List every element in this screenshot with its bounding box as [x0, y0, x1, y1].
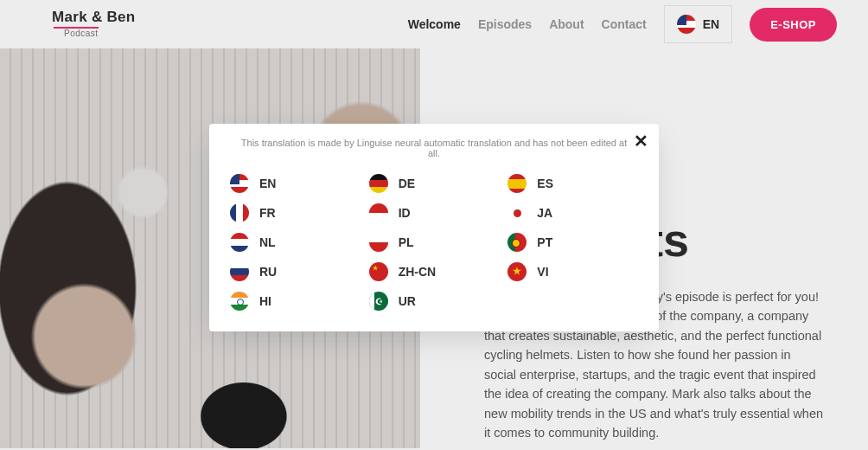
primary-nav: Welcome Episodes About Contact EN E-SHOP: [408, 5, 837, 43]
language-grid: ENDEESFRIDJANLPLPTRUZH-CNVIHIUR: [225, 174, 643, 311]
language-code-label: RU: [259, 265, 277, 279]
language-code-label: HI: [259, 294, 271, 308]
language-option-en[interactable]: EN: [230, 174, 361, 193]
eshop-button[interactable]: E-SHOP: [750, 8, 837, 42]
language-code-label: ES: [537, 177, 553, 190]
nav-contact[interactable]: Contact: [602, 17, 647, 31]
language-code-label: NL: [259, 235, 276, 249]
language-option-id[interactable]: ID: [369, 203, 500, 222]
language-code-label: FR: [259, 206, 276, 220]
pl-flag-icon: [369, 233, 388, 252]
language-code-label: EN: [259, 177, 276, 190]
brand-logo[interactable]: Mark & Ben Podcast: [52, 10, 136, 38]
cn-flag-icon: [369, 262, 388, 281]
brand-name: Mark & Ben: [52, 10, 136, 25]
language-option-vi[interactable]: VI: [507, 262, 638, 281]
site-header: Mark & Ben Podcast Welcome Episodes Abou…: [0, 0, 868, 48]
language-option-de[interactable]: DE: [369, 174, 500, 193]
ru-flag-icon: [230, 262, 249, 281]
language-code-label: PL: [399, 235, 414, 249]
language-option-ru[interactable]: RU: [230, 262, 361, 281]
fr-flag-icon: [230, 203, 249, 222]
language-option-zh-cn[interactable]: ZH-CN: [369, 262, 500, 281]
close-icon[interactable]: ✕: [634, 131, 648, 151]
language-code-label: DE: [399, 177, 415, 190]
vn-flag-icon: [507, 262, 527, 281]
us-flag-icon: [230, 174, 249, 193]
current-language-code: EN: [703, 17, 719, 31]
id-flag-icon: [369, 203, 388, 222]
pk-flag-icon: [369, 292, 388, 311]
nav-welcome[interactable]: Welcome: [408, 17, 461, 31]
language-option-ur[interactable]: UR: [369, 292, 500, 311]
language-code-label: PT: [537, 235, 552, 249]
language-code-label: VI: [537, 265, 548, 279]
translation-notice: This translation is made by Linguise neu…: [235, 138, 633, 158]
language-code-label: ID: [399, 206, 411, 220]
language-option-nl[interactable]: NL: [230, 233, 361, 252]
language-option-pt[interactable]: PT: [507, 233, 638, 252]
us-flag-icon: [677, 15, 696, 34]
language-option-hi[interactable]: HI: [230, 292, 361, 311]
nav-about[interactable]: About: [549, 17, 584, 31]
language-code-label: UR: [399, 294, 416, 308]
brand-subtitle: Podcast: [54, 27, 99, 39]
nav-episodes[interactable]: Episodes: [478, 17, 532, 31]
pt-flag-icon: [507, 233, 527, 252]
ja-flag-icon: [507, 203, 527, 222]
language-code-label: ZH-CN: [399, 265, 437, 279]
language-option-pl[interactable]: PL: [369, 233, 500, 252]
in-flag-icon: [230, 292, 249, 311]
language-switcher[interactable]: EN: [664, 5, 732, 43]
es-flag-icon: [507, 174, 527, 193]
de-flag-icon: [369, 174, 388, 193]
language-option-fr[interactable]: FR: [230, 203, 361, 222]
nl-flag-icon: [230, 233, 249, 252]
language-code-label: JA: [537, 206, 552, 220]
language-modal: ✕ This translation is made by Linguise n…: [209, 124, 659, 331]
language-option-ja[interactable]: JA: [507, 203, 638, 222]
language-option-es[interactable]: ES: [507, 174, 638, 193]
